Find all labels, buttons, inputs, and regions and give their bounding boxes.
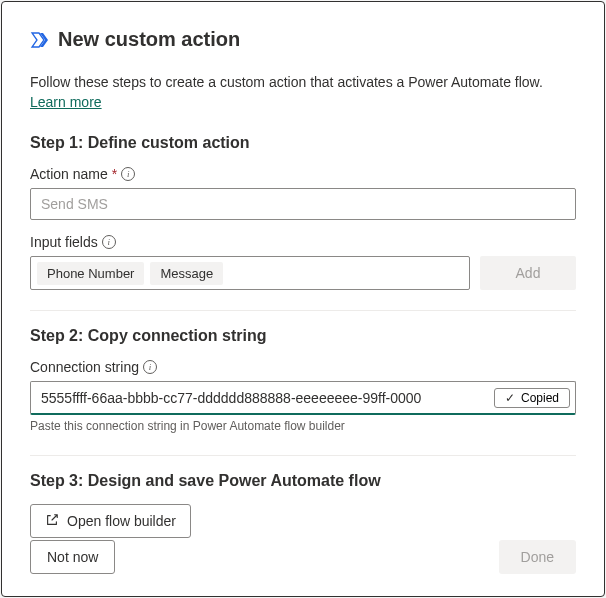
divider xyxy=(30,310,576,311)
step3-section: Step 3: Design and save Power Automate f… xyxy=(30,472,576,538)
dialog-header: New custom action xyxy=(30,28,576,51)
input-fields-row: Phone Number Message Add xyxy=(30,256,576,290)
action-icon xyxy=(30,30,50,50)
done-button[interactable]: Done xyxy=(499,540,576,574)
add-button[interactable]: Add xyxy=(480,256,576,290)
open-flow-builder-button[interactable]: Open flow builder xyxy=(30,504,191,538)
info-icon[interactable]: i xyxy=(102,235,116,249)
step1-title: Step 1: Define custom action xyxy=(30,134,576,152)
step2-title: Step 2: Copy connection string xyxy=(30,327,576,345)
check-icon: ✓ xyxy=(505,391,515,405)
tag-phone-number[interactable]: Phone Number xyxy=(37,262,144,285)
action-name-label: Action name * i xyxy=(30,166,576,182)
connection-helper-text: Paste this connection string in Power Au… xyxy=(30,419,576,433)
action-name-label-text: Action name xyxy=(30,166,108,182)
step3-title: Step 3: Design and save Power Automate f… xyxy=(30,472,576,490)
not-now-button[interactable]: Not now xyxy=(30,540,115,574)
required-indicator: * xyxy=(112,166,117,182)
tag-message[interactable]: Message xyxy=(150,262,223,285)
step2-section: Step 2: Copy connection string Connectio… xyxy=(30,327,576,453)
dialog-description: Follow these steps to create a custom ac… xyxy=(30,73,576,112)
action-name-input[interactable] xyxy=(30,188,576,220)
copied-label: Copied xyxy=(521,391,559,405)
new-custom-action-dialog: New custom action Follow these steps to … xyxy=(1,1,605,597)
divider xyxy=(30,455,576,456)
connection-string-label: Connection string i xyxy=(30,359,576,375)
input-fields-label: Input fields i xyxy=(30,234,576,250)
info-icon[interactable]: i xyxy=(121,167,135,181)
dialog-title: New custom action xyxy=(58,28,240,51)
copied-badge[interactable]: ✓ Copied xyxy=(494,388,570,408)
open-flow-builder-label: Open flow builder xyxy=(67,513,176,529)
input-fields-label-text: Input fields xyxy=(30,234,98,250)
connection-string-row: ✓ Copied xyxy=(30,381,576,415)
connection-string-label-text: Connection string xyxy=(30,359,139,375)
external-link-icon xyxy=(45,513,59,529)
info-icon[interactable]: i xyxy=(143,360,157,374)
step1-section: Step 1: Define custom action Action name… xyxy=(30,134,576,308)
description-text: Follow these steps to create a custom ac… xyxy=(30,74,543,90)
input-fields-tags[interactable]: Phone Number Message xyxy=(30,256,470,290)
learn-more-link[interactable]: Learn more xyxy=(30,94,102,110)
dialog-footer: Not now Done xyxy=(30,540,576,574)
